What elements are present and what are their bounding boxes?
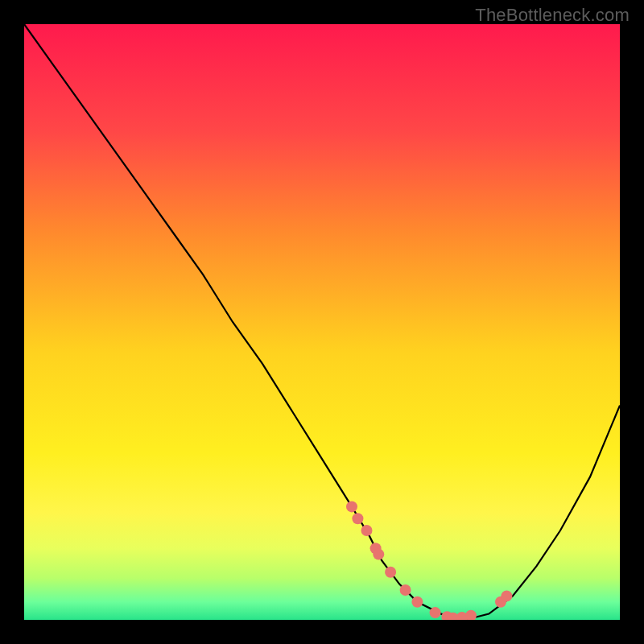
sample-marker (465, 610, 477, 620)
sample-marker (400, 584, 411, 596)
sample-marker (373, 549, 384, 560)
sample-marker (430, 607, 441, 618)
sample-marker (411, 597, 423, 608)
sample-marker (352, 513, 363, 524)
sample-marker (346, 501, 357, 512)
watermark-text: TheBottleneck.com (475, 5, 630, 26)
sample-markers (24, 24, 620, 620)
sample-marker (385, 567, 396, 578)
sample-marker (361, 525, 373, 536)
chart-plot-area (24, 24, 620, 620)
sample-marker (501, 590, 512, 601)
